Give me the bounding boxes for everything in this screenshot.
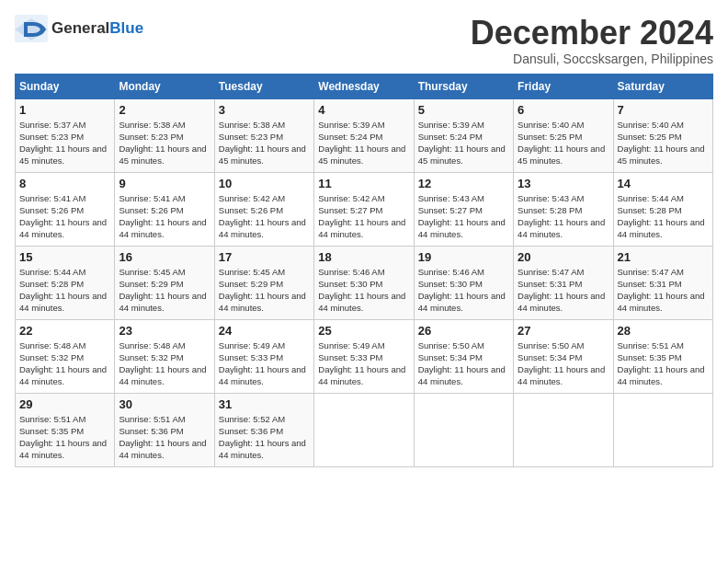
day-info: Sunrise: 5:42 AMSunset: 5:27 PMDaylight:… — [318, 192, 409, 241]
calendar-cell: 5Sunrise: 5:39 AMSunset: 5:24 PMDaylight… — [414, 98, 513, 172]
day-number: 8 — [19, 177, 110, 190]
calendar-body: 1Sunrise: 5:37 AMSunset: 5:23 PMDaylight… — [16, 98, 713, 466]
day-info: Sunrise: 5:47 AMSunset: 5:31 PMDaylight:… — [518, 266, 609, 315]
day-number: 18 — [318, 250, 409, 264]
day-number: 7 — [618, 103, 709, 117]
day-number: 21 — [618, 250, 709, 264]
day-info: Sunrise: 5:52 AMSunset: 5:36 PMDaylight:… — [219, 413, 310, 462]
day-info: Sunrise: 5:50 AMSunset: 5:34 PMDaylight:… — [418, 339, 509, 388]
calendar-week-5: 29Sunrise: 5:51 AMSunset: 5:35 PMDayligh… — [16, 393, 713, 466]
calendar-cell: 22Sunrise: 5:48 AMSunset: 5:32 PMDayligh… — [16, 319, 115, 393]
calendar-cell: 24Sunrise: 5:49 AMSunset: 5:33 PMDayligh… — [214, 319, 313, 393]
calendar-week-1: 1Sunrise: 5:37 AMSunset: 5:23 PMDaylight… — [16, 98, 713, 172]
day-info: Sunrise: 5:48 AMSunset: 5:32 PMDaylight:… — [119, 339, 210, 388]
day-info: Sunrise: 5:49 AMSunset: 5:33 PMDaylight:… — [219, 339, 310, 388]
day-number: 26 — [418, 324, 509, 338]
day-number: 28 — [618, 324, 709, 338]
day-number: 19 — [418, 250, 509, 264]
day-info: Sunrise: 5:41 AMSunset: 5:26 PMDaylight:… — [19, 192, 110, 241]
calendar-cell: 9Sunrise: 5:41 AMSunset: 5:26 PMDaylight… — [115, 172, 214, 246]
day-number: 16 — [119, 250, 210, 264]
day-info: Sunrise: 5:46 AMSunset: 5:30 PMDaylight:… — [318, 266, 409, 315]
day-number: 24 — [219, 324, 310, 338]
col-wednesday: Wednesday — [314, 74, 414, 98]
title-block: December 2024 Dansuli, Soccsksargen, Phi… — [471, 15, 713, 66]
day-info: Sunrise: 5:38 AMSunset: 5:23 PMDaylight:… — [119, 119, 210, 167]
calendar-cell: 29Sunrise: 5:51 AMSunset: 5:35 PMDayligh… — [16, 393, 115, 466]
day-number: 2 — [119, 103, 210, 117]
calendar-cell: 7Sunrise: 5:40 AMSunset: 5:25 PMDaylight… — [613, 98, 712, 172]
day-info: Sunrise: 5:43 AMSunset: 5:28 PMDaylight:… — [518, 192, 609, 241]
calendar-cell — [314, 393, 414, 466]
calendar-week-3: 15Sunrise: 5:44 AMSunset: 5:28 PMDayligh… — [16, 246, 713, 319]
day-info: Sunrise: 5:44 AMSunset: 5:28 PMDaylight:… — [19, 266, 110, 315]
calendar-cell: 13Sunrise: 5:43 AMSunset: 5:28 PMDayligh… — [514, 172, 613, 246]
day-info: Sunrise: 5:41 AMSunset: 5:26 PMDaylight:… — [119, 192, 210, 241]
calendar-cell: 20Sunrise: 5:47 AMSunset: 5:31 PMDayligh… — [514, 246, 613, 319]
col-monday: Monday — [115, 74, 214, 98]
calendar-cell: 23Sunrise: 5:48 AMSunset: 5:32 PMDayligh… — [115, 319, 214, 393]
day-number: 5 — [418, 103, 509, 117]
calendar-cell: 16Sunrise: 5:45 AMSunset: 5:29 PMDayligh… — [115, 246, 214, 319]
day-number: 11 — [318, 177, 409, 190]
day-number: 9 — [119, 177, 210, 190]
calendar-cell: 15Sunrise: 5:44 AMSunset: 5:28 PMDayligh… — [16, 246, 115, 319]
day-info: Sunrise: 5:45 AMSunset: 5:29 PMDaylight:… — [119, 266, 210, 315]
calendar-cell: 27Sunrise: 5:50 AMSunset: 5:34 PMDayligh… — [514, 319, 613, 393]
day-number: 15 — [19, 250, 110, 264]
day-number: 20 — [518, 250, 609, 264]
calendar-cell: 25Sunrise: 5:49 AMSunset: 5:33 PMDayligh… — [314, 319, 414, 393]
calendar-cell: 6Sunrise: 5:40 AMSunset: 5:25 PMDaylight… — [514, 98, 613, 172]
day-number: 17 — [219, 250, 310, 264]
day-info: Sunrise: 5:51 AMSunset: 5:35 PMDaylight:… — [618, 339, 709, 388]
day-number: 1 — [19, 103, 110, 117]
day-info: Sunrise: 5:44 AMSunset: 5:28 PMDaylight:… — [618, 192, 709, 241]
day-info: Sunrise: 5:38 AMSunset: 5:23 PMDaylight:… — [219, 119, 310, 167]
day-info: Sunrise: 5:51 AMSunset: 5:35 PMDaylight:… — [19, 413, 110, 462]
day-info: Sunrise: 5:42 AMSunset: 5:26 PMDaylight:… — [219, 192, 310, 241]
calendar-cell: 10Sunrise: 5:42 AMSunset: 5:26 PMDayligh… — [214, 172, 313, 246]
day-info: Sunrise: 5:37 AMSunset: 5:23 PMDaylight:… — [19, 119, 110, 167]
calendar-cell — [613, 393, 712, 466]
page-header: GeneralBlue December 2024 Dansuli, Soccs… — [15, 15, 713, 66]
calendar-cell: 8Sunrise: 5:41 AMSunset: 5:26 PMDaylight… — [16, 172, 115, 246]
calendar-cell: 3Sunrise: 5:38 AMSunset: 5:23 PMDaylight… — [214, 98, 313, 172]
calendar-cell: 21Sunrise: 5:47 AMSunset: 5:31 PMDayligh… — [613, 246, 712, 319]
day-info: Sunrise: 5:40 AMSunset: 5:25 PMDaylight:… — [618, 119, 709, 167]
day-info: Sunrise: 5:50 AMSunset: 5:34 PMDaylight:… — [518, 339, 609, 388]
day-number: 25 — [318, 324, 409, 338]
day-number: 22 — [19, 324, 110, 338]
day-number: 13 — [518, 177, 609, 190]
col-sunday: Sunday — [16, 74, 115, 98]
calendar-week-4: 22Sunrise: 5:48 AMSunset: 5:32 PMDayligh… — [16, 319, 713, 393]
calendar-cell — [514, 393, 613, 466]
day-info: Sunrise: 5:48 AMSunset: 5:32 PMDaylight:… — [19, 339, 110, 388]
calendar-cell: 19Sunrise: 5:46 AMSunset: 5:30 PMDayligh… — [414, 246, 513, 319]
col-saturday: Saturday — [613, 74, 712, 98]
calendar-cell — [414, 393, 513, 466]
day-info: Sunrise: 5:39 AMSunset: 5:24 PMDaylight:… — [418, 119, 509, 167]
day-info: Sunrise: 5:45 AMSunset: 5:29 PMDaylight:… — [219, 266, 310, 315]
logo: GeneralBlue — [15, 15, 143, 42]
calendar-cell: 30Sunrise: 5:51 AMSunset: 5:36 PMDayligh… — [115, 393, 214, 466]
day-number: 10 — [219, 177, 310, 190]
day-number: 14 — [618, 177, 709, 190]
calendar-cell: 2Sunrise: 5:38 AMSunset: 5:23 PMDaylight… — [115, 98, 214, 172]
day-info: Sunrise: 5:49 AMSunset: 5:33 PMDaylight:… — [318, 339, 409, 388]
calendar-cell: 26Sunrise: 5:50 AMSunset: 5:34 PMDayligh… — [414, 319, 513, 393]
logo-general: General — [51, 19, 109, 37]
day-number: 4 — [318, 103, 409, 117]
calendar-cell: 18Sunrise: 5:46 AMSunset: 5:30 PMDayligh… — [314, 246, 414, 319]
calendar-cell: 14Sunrise: 5:44 AMSunset: 5:28 PMDayligh… — [613, 172, 712, 246]
day-info: Sunrise: 5:46 AMSunset: 5:30 PMDaylight:… — [418, 266, 509, 315]
day-number: 6 — [518, 103, 609, 117]
day-info: Sunrise: 5:39 AMSunset: 5:24 PMDaylight:… — [318, 119, 409, 167]
day-number: 12 — [418, 177, 509, 190]
day-number: 27 — [518, 324, 609, 338]
col-thursday: Thursday — [414, 74, 513, 98]
day-number: 29 — [19, 397, 110, 411]
day-info: Sunrise: 5:47 AMSunset: 5:31 PMDaylight:… — [618, 266, 709, 315]
month-title: December 2024 — [471, 15, 713, 52]
calendar-cell: 31Sunrise: 5:52 AMSunset: 5:36 PMDayligh… — [214, 393, 313, 466]
calendar-cell: 28Sunrise: 5:51 AMSunset: 5:35 PMDayligh… — [613, 319, 712, 393]
